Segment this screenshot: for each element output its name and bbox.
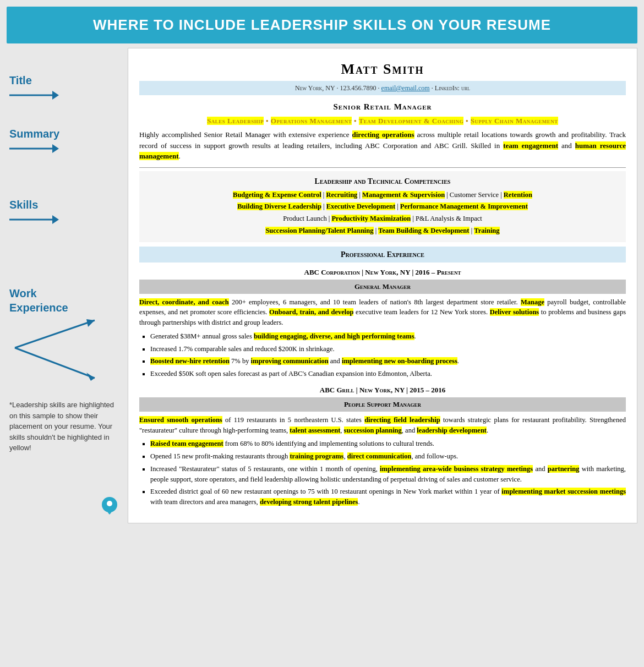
work-experience-arrows [9,315,108,386]
resume-area: Matt Smith New York, NY · 123.456.7890 ·… [128,48,637,523]
bullet-item: Increased 1.7% comparable sales and redu… [150,344,626,354]
svg-line-0 [15,320,95,348]
job-2-role: People Support Manager [139,397,626,412]
footnote-text: *Leadership skills are highlighted on th… [9,401,114,452]
svg-point-5 [107,501,112,506]
title-section-label: Title [9,74,122,100]
summary-label: Summary [9,128,122,140]
title-label: Title [9,74,122,87]
brand-icon [9,496,122,518]
left-sidebar: Title Summary Skills WorkExperience [7,48,128,523]
specializations-line: Sales Leadership • Operations Management… [139,116,626,127]
header-banner: WHERE TO INCLUDE LEADERSHIP SKILLS ON YO… [7,7,637,43]
skills-title-text: Leadership and Technical Competencies [315,177,451,185]
header-title: WHERE TO INCLUDE LEADERSHIP SKILLS ON YO… [93,17,551,33]
resume-contact: New York, NY · 123.456.7890 · email@emai… [139,81,626,95]
bullet-item: Opened 15 new profit-making restaurants … [150,451,626,462]
company-1-header: ABC Corporation | New York, NY | 2016 – … [139,267,626,278]
job-1-description: Direct, coordinate, and coach 200+ emplo… [139,297,626,328]
skills-line-1: Budgeting & Expense Control | Recruiting… [145,190,620,200]
job-1-bullets: Generated $38M+ annual gross sales build… [150,331,626,379]
skills-section-title: Leadership and Technical Competencies [145,176,620,187]
company-1-text: ABC Corporation | New York, NY | 2016 – … [304,268,461,276]
skills-line-4: Succession Planning/Talent Planning | Te… [145,226,620,236]
skills-section: Leadership and Technical Competencies Bu… [139,171,626,242]
job-title: Senior Retail Manager [139,101,626,113]
svg-marker-3 [86,373,95,381]
job-title-text: Senior Retail Manager [334,102,432,111]
page-container: WHERE TO INCLUDE LEADERSHIP SKILLS ON YO… [0,0,644,530]
skills-line-2: Building Diverse Leadership | Executive … [145,201,620,212]
prof-exp-title: Professional Experience [139,247,626,263]
skills-arrow [9,215,59,225]
role-1-text: General Manager [354,282,411,291]
resume-name: Matt Smith [139,58,626,80]
location-icon [100,496,119,516]
summary-arrow [9,144,59,154]
resume-summary: Highly accomplished Senior Retail Manage… [139,129,626,162]
svg-line-2 [15,348,95,378]
work-section-label: WorkExperience [9,286,122,389]
bullet-item: Raised team engagement from 68% to 80% i… [150,439,626,449]
prof-exp-text: Professional Experience [341,250,424,259]
skills-label: Skills [9,199,122,211]
divider-1 [139,167,626,168]
role-2-text: People Support Manager [344,400,421,408]
job-1-role: General Manager [139,280,626,294]
svg-marker-1 [86,319,95,327]
spec-text: Sales Leadership • Operations Management… [207,117,558,125]
title-arrow [9,90,59,100]
company-2-header: ABC Grill | New York, NY | 2015 – 2016 [139,385,626,396]
name-text: Matt Smith [341,61,424,77]
footnote: *Leadership skills are highlighted on th… [9,400,122,453]
skills-line-3: Product Launch | Productivity Maximizati… [145,214,620,224]
summary-section-label: Summary [9,128,122,154]
company-2-text: ABC Grill | New York, NY | 2015 – 2016 [320,386,445,394]
bullet-item: Boosted new-hire retention 7% by improvi… [150,356,626,367]
skills-section-label: Skills [9,199,122,225]
job-2-bullets: Raised team engagement from 68% to 80% i… [150,439,626,507]
bullet-item: Increased "Restaurateur" status of 5 res… [150,464,626,485]
bullet-item: Exceeded $50K soft open sales forecast a… [150,369,626,379]
main-content: Title Summary Skills WorkExperience [7,48,637,523]
job-2-description: Ensured smooth operations of 119 restaur… [139,415,626,436]
contact-text: New York, NY · 123.456.7890 · email@emai… [295,84,470,92]
work-label: WorkExperience [9,286,122,315]
bullet-item: Exceeded district goal of 60 new restaur… [150,486,626,507]
bullet-item: Generated $38M+ annual gross sales build… [150,331,626,342]
